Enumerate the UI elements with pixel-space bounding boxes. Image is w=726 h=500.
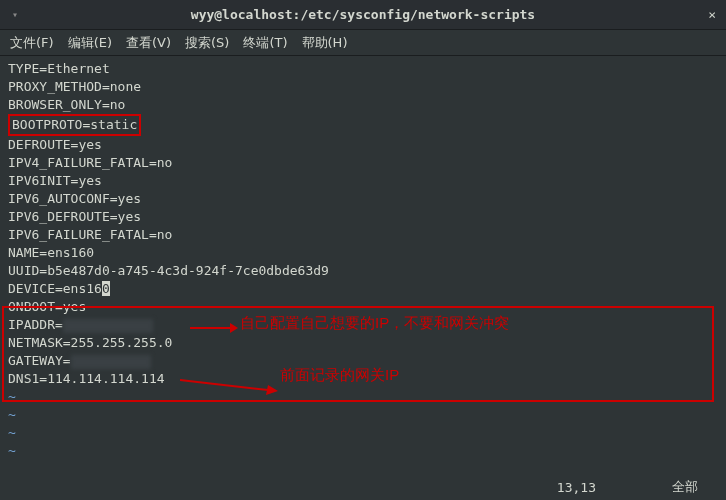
- annotation-ip-config: 自己配置自己想要的IP，不要和网关冲突: [240, 314, 509, 332]
- cursor-position: 13,13: [557, 480, 596, 495]
- menubar: 文件(F) 编辑(E) 查看(V) 搜索(S) 终端(T) 帮助(H): [0, 30, 726, 56]
- menu-help[interactable]: 帮助(H): [302, 34, 348, 52]
- config-line: UUID=b5e487d0-a745-4c3d-924f-7ce0dbde63d…: [8, 262, 718, 280]
- vim-tilde: ~: [8, 424, 718, 442]
- text-cursor: 0: [102, 281, 110, 296]
- close-icon[interactable]: ×: [708, 7, 716, 22]
- window-controls-left: ▾: [8, 8, 22, 22]
- config-line: BROWSER_ONLY=no: [8, 96, 718, 114]
- scroll-mode: 全部: [672, 478, 698, 496]
- bootproto-highlight: BOOTPROTO=static: [8, 114, 141, 136]
- config-line-cursor: DEVICE=ens160: [8, 280, 718, 298]
- arrow-icon: [180, 378, 278, 396]
- vim-tilde: ~: [8, 388, 718, 406]
- arrow-icon: [190, 322, 238, 334]
- config-line: NAME=ens160: [8, 244, 718, 262]
- config-line-highlighted: BOOTPROTO=static: [8, 114, 718, 136]
- redacted-ip: [63, 319, 153, 333]
- config-line: NETMASK=255.255.255.0: [8, 334, 718, 352]
- svg-line-2: [180, 380, 268, 390]
- menu-terminal[interactable]: 终端(T): [243, 34, 287, 52]
- window-title: wyy@localhost:/etc/sysconfig/network-scr…: [191, 7, 535, 22]
- vim-tilde: ~: [8, 442, 718, 460]
- config-line: IPV6_AUTOCONF=yes: [8, 190, 718, 208]
- redacted-gateway: [71, 355, 151, 369]
- window-titlebar: ▾ wyy@localhost:/etc/sysconfig/network-s…: [0, 0, 726, 30]
- config-line: IPV4_FAILURE_FATAL=no: [8, 154, 718, 172]
- config-line: PROXY_METHOD=none: [8, 78, 718, 96]
- menu-file[interactable]: 文件(F): [10, 34, 54, 52]
- menu-edit[interactable]: 编辑(E): [68, 34, 112, 52]
- config-line: IPV6INIT=yes: [8, 172, 718, 190]
- config-line: IPV6_DEFROUTE=yes: [8, 208, 718, 226]
- config-line: DEFROUTE=yes: [8, 136, 718, 154]
- config-line: IPV6_FAILURE_FATAL=no: [8, 226, 718, 244]
- config-line: TYPE=Ethernet: [8, 60, 718, 78]
- annotation-gateway: 前面记录的网关IP: [280, 366, 399, 384]
- svg-marker-1: [230, 323, 238, 333]
- terminal-content[interactable]: TYPE=Ethernet PROXY_METHOD=none BROWSER_…: [0, 56, 726, 474]
- svg-marker-3: [266, 385, 278, 395]
- vim-tilde: ~: [8, 406, 718, 424]
- menu-search[interactable]: 搜索(S): [185, 34, 229, 52]
- app-menu-icon[interactable]: ▾: [8, 8, 22, 22]
- vim-statusbar: 13,13 全部: [0, 474, 726, 500]
- menu-view[interactable]: 查看(V): [126, 34, 171, 52]
